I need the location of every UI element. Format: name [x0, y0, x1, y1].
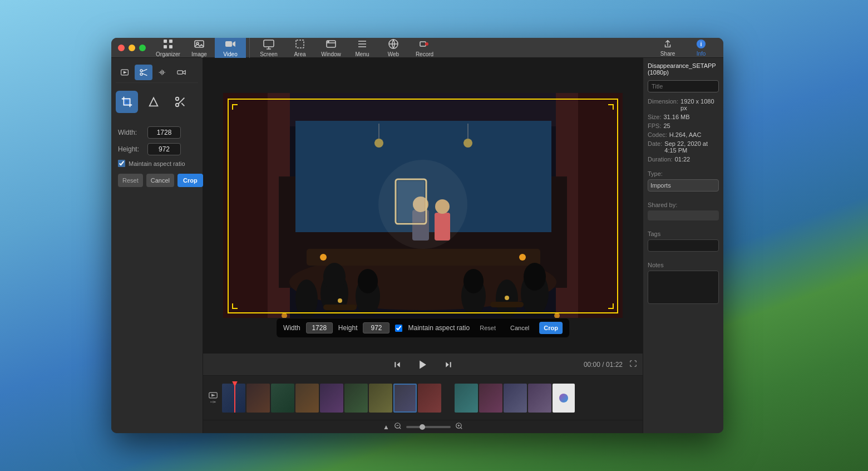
svg-point-46 — [463, 269, 484, 293]
crop-info-height-input[interactable] — [363, 322, 389, 333]
zoom-up-icon[interactable]: ▲ — [383, 423, 389, 431]
duration-label: Duration: — [648, 156, 673, 163]
svg-rect-38 — [307, 249, 540, 266]
height-label: Height: — [118, 145, 143, 153]
info-dimension-row: Dimension: 1920 x 1080 px — [648, 98, 719, 111]
timeline-strip — [222, 384, 640, 413]
svg-point-18 — [140, 70, 142, 72]
size-value: 31.16 MB — [663, 114, 689, 120]
timeline-thumb-11b[interactable] — [504, 384, 527, 413]
svg-point-51 — [338, 298, 342, 303]
crop-info-crop-button[interactable]: Crop — [539, 322, 563, 334]
rewind-button[interactable] — [389, 356, 406, 373]
svg-rect-32 — [223, 93, 268, 318]
minimize-button[interactable] — [129, 45, 135, 51]
timeline-thumb-4[interactable] — [295, 384, 319, 413]
forward-button[interactable] — [440, 356, 457, 373]
svg-rect-34 — [578, 93, 623, 318]
time-display: 00:00 / 01:22 — [584, 361, 623, 369]
camera-mode-button[interactable] — [172, 65, 190, 80]
svg-line-80 — [461, 428, 462, 429]
close-button[interactable] — [118, 45, 125, 51]
fullscreen-button[interactable] — [139, 45, 146, 51]
timeline-thumb-2[interactable] — [246, 384, 270, 413]
crop-button[interactable]: Crop — [177, 174, 203, 187]
tools-panel — [116, 86, 198, 122]
timeline-thumb-7[interactable] — [369, 384, 392, 413]
playhead — [234, 384, 235, 413]
svg-point-43 — [358, 269, 378, 293]
svg-rect-24 — [125, 100, 129, 104]
zoom-out-button[interactable] — [394, 422, 402, 431]
svg-line-28 — [181, 103, 184, 106]
crop-info-width-input[interactable] — [306, 322, 333, 333]
timeline-thumb-6[interactable] — [344, 384, 368, 413]
preview-mode-button[interactable] — [116, 65, 134, 80]
svg-point-19 — [140, 73, 142, 75]
crop-info-cancel-button[interactable]: Cancel — [506, 322, 534, 334]
main-content: Width: Height: Maintain aspect ratio Res… — [111, 58, 723, 433]
tool-row — [116, 91, 198, 113]
tags-label: Tags — [648, 230, 719, 237]
zoom-bar: ▲ — [203, 420, 643, 433]
svg-rect-52 — [490, 302, 524, 307]
crop-controls: Width: Height: Maintain aspect ratio Res… — [116, 122, 198, 192]
svg-point-65 — [374, 139, 383, 148]
height-input[interactable] — [147, 143, 181, 155]
timeline-thumb-9[interactable] — [418, 384, 441, 413]
svg-point-26 — [176, 104, 179, 107]
timeline-thumb-11c[interactable] — [528, 384, 551, 413]
crop-info-aspect-checkbox[interactable] — [395, 325, 402, 332]
perspective-tool-button[interactable] — [142, 91, 165, 113]
notes-textarea[interactable] — [648, 271, 719, 304]
svg-point-25 — [176, 97, 179, 101]
timeline-thumb-5[interactable] — [320, 384, 343, 413]
fps-label: FPS: — [648, 122, 661, 129]
svg-point-53 — [505, 296, 509, 300]
cut-mode-button[interactable] — [135, 65, 152, 80]
svg-rect-3 — [169, 45, 172, 48]
audio-mode-button[interactable] — [154, 65, 171, 80]
video-area: Width Height Maintain aspect ratio Reset… — [203, 58, 643, 433]
svg-rect-73 — [450, 362, 451, 367]
crop-tool-button[interactable] — [116, 91, 138, 113]
svg-point-41 — [323, 263, 346, 291]
svg-rect-70 — [394, 362, 396, 367]
svg-rect-1 — [169, 40, 172, 43]
timeline-thumb-10[interactable] — [455, 384, 478, 413]
svg-rect-12 — [420, 42, 426, 46]
reset-button[interactable]: Reset — [118, 174, 143, 187]
type-select[interactable]: Imports Exports — [648, 179, 719, 192]
info-size-row: Size: 31.16 MB — [648, 114, 719, 120]
dimension-value: 1920 x 1080 px — [680, 98, 719, 111]
cancel-button[interactable]: Cancel — [146, 174, 174, 187]
timeline-thumb-12[interactable] — [553, 384, 575, 413]
zoom-in-button[interactable] — [455, 422, 463, 431]
duration-value: 01:22 — [675, 156, 691, 163]
tags-input[interactable] — [648, 239, 719, 252]
fullscreen-video-button[interactable] — [629, 360, 637, 369]
crop-info-width-label: Width — [283, 324, 300, 332]
scissors-tool-button[interactable] — [169, 91, 191, 113]
info-title-input[interactable] — [648, 80, 719, 92]
crop-info-reset-button[interactable]: Reset — [475, 322, 500, 334]
timeline-thumb-3[interactable] — [271, 384, 294, 413]
maintain-aspect-checkbox[interactable] — [118, 160, 125, 167]
timeline-thumb-8[interactable] — [393, 384, 417, 413]
timeline-thumb-11[interactable] — [479, 384, 502, 413]
svg-point-49 — [524, 263, 546, 291]
timeline-thumb-1[interactable] — [222, 384, 245, 413]
zoom-slider[interactable] — [406, 426, 451, 428]
width-input[interactable] — [147, 126, 181, 139]
timeline — [203, 375, 643, 420]
video-frame — [223, 93, 623, 318]
desktop: Organizer Image Video — [0, 0, 868, 471]
svg-rect-0 — [164, 40, 167, 43]
svg-point-58 — [435, 199, 450, 214]
play-button[interactable] — [415, 356, 431, 373]
zoom-thumb — [420, 424, 425, 430]
width-row: Width: — [118, 126, 196, 139]
svg-marker-71 — [420, 360, 426, 369]
title-bar: Organizer Image Video — [111, 38, 723, 58]
shared-by-field — [648, 210, 719, 220]
